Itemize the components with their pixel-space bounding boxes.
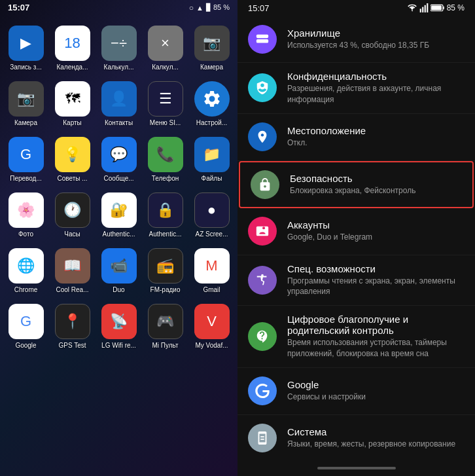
app-label-camera1: Камера: [192, 64, 232, 71]
settings-panel: 15:07 85 % Хранилище: [238, 0, 475, 476]
settings-icon-wellbeing: [248, 322, 277, 351]
settings-subtitle-accounts: Google, Duo и Telegram: [287, 232, 465, 243]
settings-subtitle-location: Откл.: [287, 137, 465, 149]
status-icons-right: 85 %: [407, 3, 465, 12]
app-item-calendar[interactable]: 18Календа...: [49, 20, 96, 76]
settings-item-security[interactable]: Безопасность Блокировка экрана, Фейсконт…: [239, 161, 474, 208]
app-label-files: Файлы: [192, 175, 232, 182]
settings-item-location[interactable]: Местоположение Откл.: [238, 114, 475, 161]
settings-title-google: Google: [287, 379, 465, 390]
settings-text-security: Безопасность Блокировка экрана, Фейсконт…: [290, 173, 462, 196]
status-icons-left: ○ ▲ ▊ 85 %: [189, 3, 230, 12]
settings-item-system[interactable]: Система Языки, время, жесты, резервное к…: [238, 415, 475, 460]
app-label-camera2: Камера: [6, 119, 46, 126]
app-item-video[interactable]: ▶Запись з...: [3, 20, 49, 76]
settings-icon-storage: [248, 25, 277, 54]
settings-icon-accessibility: [248, 266, 277, 295]
app-item-files[interactable]: 📁Файлы: [188, 132, 235, 187]
settings-title-accessibility: Спец. возможности: [287, 263, 465, 274]
svg-rect-3: [427, 3, 428, 12]
svg-rect-6: [431, 5, 442, 10]
app-item-vodafone[interactable]: VMy Vodaf...: [188, 299, 235, 354]
app-item-lgwifi[interactable]: 📡LG Wifi re...: [96, 299, 142, 354]
app-label-calc2: Калкул...: [145, 64, 186, 71]
svg-rect-0: [419, 9, 421, 12]
app-item-maps[interactable]: 🗺Карты: [49, 76, 96, 132]
settings-text-google: Google Сервисы и настройки: [287, 379, 465, 403]
app-label-clock: Часы: [52, 230, 93, 238]
app-item-menu[interactable]: ☰Меню SI...: [142, 76, 188, 132]
signal-icon: ▲: [196, 4, 203, 12]
app-item-google[interactable]: GGoogle: [3, 299, 49, 354]
app-label-messages: Сообще...: [99, 175, 139, 182]
app-item-phone[interactable]: 📞Телефон: [142, 132, 188, 187]
settings-item-privacy[interactable]: Конфиденциальность Разрешения, действия …: [238, 63, 475, 114]
settings-title-system: Система: [287, 426, 465, 437]
app-item-gpstest[interactable]: 📍GPS Test: [49, 299, 96, 354]
app-label-auth2: Authentic...: [145, 230, 186, 238]
app-label-tips: Советы ...: [52, 175, 93, 182]
settings-text-privacy: Конфиденциальность Разрешения, действия …: [287, 71, 465, 105]
settings-item-accessibility[interactable]: Спец. возможности Программы чтения с экр…: [238, 255, 475, 306]
settings-item-storage[interactable]: Хранилище Используется 43 %, свободно 18…: [238, 16, 475, 63]
app-item-auth1[interactable]: 🔐Authentic...: [96, 187, 142, 243]
app-label-settings: Настрой...: [192, 119, 232, 126]
app-label-calc1: Калькул...: [99, 64, 139, 71]
app-item-camera2[interactable]: 📷Камера: [3, 76, 49, 132]
app-label-google: Google: [6, 342, 46, 349]
settings-item-accounts[interactable]: Аккаунты Google, Duo и Telegram: [238, 208, 475, 255]
app-item-camera1[interactable]: 📷Камера: [188, 20, 235, 76]
circle-icon: ○: [189, 3, 194, 12]
time-right: 15:07: [248, 3, 270, 13]
app-item-duo[interactable]: 📹Duo: [96, 243, 142, 299]
app-item-tips[interactable]: 💡Советы ...: [49, 132, 96, 187]
settings-icon-system: [248, 424, 277, 452]
settings-title-privacy: Конфиденциальность: [287, 71, 465, 82]
app-item-translate[interactable]: GПеревод...: [3, 132, 49, 187]
app-item-auth2[interactable]: 🔒Authentic...: [142, 187, 188, 243]
app-item-chrome[interactable]: 🌐Chrome: [3, 243, 49, 299]
time-left: 15:07: [8, 3, 29, 12]
app-label-translate: Перевод...: [6, 175, 46, 182]
settings-title-storage: Хранилище: [287, 27, 465, 39]
settings-item-google[interactable]: Google Сервисы и настройки: [238, 368, 475, 415]
battery-icon: ▊ 85 %: [206, 3, 230, 12]
home-indicator: [317, 467, 396, 469]
app-item-photos[interactable]: 🌸Фото: [3, 187, 49, 243]
app-item-messages[interactable]: 💬Сообще...: [96, 132, 142, 187]
settings-subtitle-storage: Используется 43 %, свободно 18,35 ГБ: [287, 40, 465, 51]
settings-subtitle-system: Языки, время, жесты, резервное копирован…: [287, 439, 465, 450]
app-label-menu: Меню SI...: [145, 119, 186, 126]
app-item-gmail[interactable]: MGmail: [188, 243, 235, 299]
status-bar-right: 15:07 85 %: [238, 0, 475, 16]
settings-subtitle-security: Блокировка экрана, Фейсконтроль: [290, 185, 462, 196]
app-item-fmradio[interactable]: 📻FM-радио: [142, 243, 188, 299]
app-label-contacts: Контакты: [99, 119, 139, 126]
app-item-calc2[interactable]: ×Калкул...: [142, 20, 188, 76]
app-label-gpstest: GPS Test: [52, 342, 93, 349]
app-item-calc1[interactable]: −÷Калькул...: [96, 20, 142, 76]
app-label-gmail: Gmail: [192, 286, 232, 293]
home-screen: 15:07 ○ ▲ ▊ 85 % ▶Запись з...18Календа..…: [0, 0, 238, 476]
app-label-photos: Фото: [6, 230, 46, 238]
app-item-azscreen[interactable]: ●AZ Scree...: [188, 187, 235, 243]
app-item-clock[interactable]: 🕐Часы: [49, 187, 96, 243]
wifi-icon: [407, 3, 417, 12]
settings-title-wellbeing: Цифровое благополучие и родительский кон…: [287, 314, 465, 336]
app-item-settings[interactable]: Настрой...: [188, 76, 235, 132]
app-label-calendar: Календа...: [52, 64, 93, 71]
settings-icon-security: [251, 170, 279, 199]
settings-text-storage: Хранилище Используется 43 %, свободно 18…: [287, 27, 465, 51]
app-item-contacts[interactable]: 👤Контакты: [96, 76, 142, 132]
app-label-fmradio: FM-радио: [145, 286, 186, 293]
battery-icon-right: [431, 4, 445, 12]
app-item-mipult[interactable]: 🎮Mi Пульт: [142, 299, 188, 354]
app-label-lgwifi: LG Wifi re...: [99, 342, 139, 349]
app-grid: ▶Запись з...18Календа...−÷Калькул...×Кал…: [0, 15, 238, 359]
settings-text-accessibility: Спец. возможности Программы чтения с экр…: [287, 263, 465, 298]
status-bar-left: 15:07 ○ ▲ ▊ 85 %: [0, 0, 238, 15]
settings-item-wellbeing[interactable]: Цифровое благополучие и родительский кон…: [238, 306, 475, 368]
settings-icon-location: [248, 122, 277, 151]
app-item-coolreader[interactable]: 📖Cool Rea...: [49, 243, 96, 299]
settings-title-accounts: Аккаунты: [287, 219, 465, 230]
